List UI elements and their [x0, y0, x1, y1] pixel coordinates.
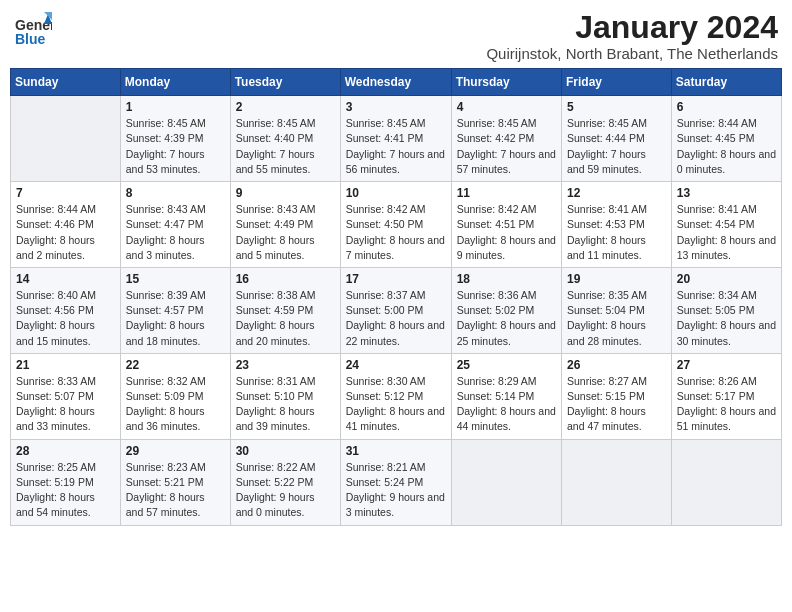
day-info: Sunrise: 8:45 AMSunset: 4:42 PMDaylight:…: [457, 116, 556, 177]
day-number: 5: [567, 100, 666, 114]
calendar-week-row: 21Sunrise: 8:33 AMSunset: 5:07 PMDayligh…: [11, 353, 782, 439]
calendar-cell: 17Sunrise: 8:37 AMSunset: 5:00 PMDayligh…: [340, 267, 451, 353]
day-info: Sunrise: 8:34 AMSunset: 5:05 PMDaylight:…: [677, 288, 776, 349]
calendar-cell: [11, 96, 121, 182]
calendar-cell: 20Sunrise: 8:34 AMSunset: 5:05 PMDayligh…: [671, 267, 781, 353]
calendar-cell: 15Sunrise: 8:39 AMSunset: 4:57 PMDayligh…: [120, 267, 230, 353]
day-info: Sunrise: 8:44 AMSunset: 4:46 PMDaylight:…: [16, 202, 115, 263]
month-title: January 2024: [486, 10, 778, 45]
weekday-header: Friday: [562, 69, 672, 96]
weekday-header: Saturday: [671, 69, 781, 96]
day-number: 23: [236, 358, 335, 372]
day-number: 15: [126, 272, 225, 286]
day-info: Sunrise: 8:41 AMSunset: 4:54 PMDaylight:…: [677, 202, 776, 263]
day-number: 24: [346, 358, 446, 372]
calendar-cell: 16Sunrise: 8:38 AMSunset: 4:59 PMDayligh…: [230, 267, 340, 353]
calendar-cell: 23Sunrise: 8:31 AMSunset: 5:10 PMDayligh…: [230, 353, 340, 439]
day-info: Sunrise: 8:45 AMSunset: 4:39 PMDaylight:…: [126, 116, 225, 177]
weekday-header: Sunday: [11, 69, 121, 96]
day-info: Sunrise: 8:27 AMSunset: 5:15 PMDaylight:…: [567, 374, 666, 435]
calendar-cell: [451, 439, 561, 525]
day-number: 30: [236, 444, 335, 458]
day-number: 9: [236, 186, 335, 200]
calendar-week-row: 7Sunrise: 8:44 AMSunset: 4:46 PMDaylight…: [11, 182, 782, 268]
calendar-cell: 11Sunrise: 8:42 AMSunset: 4:51 PMDayligh…: [451, 182, 561, 268]
day-info: Sunrise: 8:45 AMSunset: 4:41 PMDaylight:…: [346, 116, 446, 177]
calendar-cell: 25Sunrise: 8:29 AMSunset: 5:14 PMDayligh…: [451, 353, 561, 439]
day-info: Sunrise: 8:26 AMSunset: 5:17 PMDaylight:…: [677, 374, 776, 435]
day-info: Sunrise: 8:43 AMSunset: 4:47 PMDaylight:…: [126, 202, 225, 263]
day-info: Sunrise: 8:30 AMSunset: 5:12 PMDaylight:…: [346, 374, 446, 435]
day-info: Sunrise: 8:41 AMSunset: 4:53 PMDaylight:…: [567, 202, 666, 263]
day-number: 1: [126, 100, 225, 114]
day-number: 21: [16, 358, 115, 372]
day-info: Sunrise: 8:44 AMSunset: 4:45 PMDaylight:…: [677, 116, 776, 177]
day-number: 19: [567, 272, 666, 286]
calendar-cell: 9Sunrise: 8:43 AMSunset: 4:49 PMDaylight…: [230, 182, 340, 268]
day-number: 6: [677, 100, 776, 114]
calendar-cell: 29Sunrise: 8:23 AMSunset: 5:21 PMDayligh…: [120, 439, 230, 525]
calendar-cell: 13Sunrise: 8:41 AMSunset: 4:54 PMDayligh…: [671, 182, 781, 268]
calendar-week-row: 14Sunrise: 8:40 AMSunset: 4:56 PMDayligh…: [11, 267, 782, 353]
calendar-cell: 4Sunrise: 8:45 AMSunset: 4:42 PMDaylight…: [451, 96, 561, 182]
title-section: January 2024 Quirijnstok, North Brabant,…: [486, 10, 778, 62]
day-number: 26: [567, 358, 666, 372]
calendar-cell: 18Sunrise: 8:36 AMSunset: 5:02 PMDayligh…: [451, 267, 561, 353]
day-number: 27: [677, 358, 776, 372]
day-info: Sunrise: 8:38 AMSunset: 4:59 PMDaylight:…: [236, 288, 335, 349]
calendar-cell: 12Sunrise: 8:41 AMSunset: 4:53 PMDayligh…: [562, 182, 672, 268]
day-info: Sunrise: 8:45 AMSunset: 4:44 PMDaylight:…: [567, 116, 666, 177]
logo: General Blue: [14, 10, 52, 48]
day-info: Sunrise: 8:36 AMSunset: 5:02 PMDaylight:…: [457, 288, 556, 349]
page-header: General Blue January 2024 Quirijnstok, N…: [10, 10, 782, 62]
day-number: 12: [567, 186, 666, 200]
day-info: Sunrise: 8:23 AMSunset: 5:21 PMDaylight:…: [126, 460, 225, 521]
day-info: Sunrise: 8:42 AMSunset: 4:50 PMDaylight:…: [346, 202, 446, 263]
day-number: 10: [346, 186, 446, 200]
day-info: Sunrise: 8:22 AMSunset: 5:22 PMDaylight:…: [236, 460, 335, 521]
day-number: 20: [677, 272, 776, 286]
calendar-cell: 2Sunrise: 8:45 AMSunset: 4:40 PMDaylight…: [230, 96, 340, 182]
day-info: Sunrise: 8:39 AMSunset: 4:57 PMDaylight:…: [126, 288, 225, 349]
calendar-cell: 10Sunrise: 8:42 AMSunset: 4:50 PMDayligh…: [340, 182, 451, 268]
day-number: 8: [126, 186, 225, 200]
day-info: Sunrise: 8:31 AMSunset: 5:10 PMDaylight:…: [236, 374, 335, 435]
logo-icon: General Blue: [14, 10, 52, 48]
day-number: 2: [236, 100, 335, 114]
calendar-cell: 8Sunrise: 8:43 AMSunset: 4:47 PMDaylight…: [120, 182, 230, 268]
calendar-week-row: 28Sunrise: 8:25 AMSunset: 5:19 PMDayligh…: [11, 439, 782, 525]
calendar-cell: 28Sunrise: 8:25 AMSunset: 5:19 PMDayligh…: [11, 439, 121, 525]
day-number: 17: [346, 272, 446, 286]
day-info: Sunrise: 8:42 AMSunset: 4:51 PMDaylight:…: [457, 202, 556, 263]
calendar-cell: 30Sunrise: 8:22 AMSunset: 5:22 PMDayligh…: [230, 439, 340, 525]
day-number: 13: [677, 186, 776, 200]
day-info: Sunrise: 8:29 AMSunset: 5:14 PMDaylight:…: [457, 374, 556, 435]
day-number: 29: [126, 444, 225, 458]
weekday-header: Wednesday: [340, 69, 451, 96]
day-info: Sunrise: 8:37 AMSunset: 5:00 PMDaylight:…: [346, 288, 446, 349]
day-info: Sunrise: 8:35 AMSunset: 5:04 PMDaylight:…: [567, 288, 666, 349]
calendar-cell: 31Sunrise: 8:21 AMSunset: 5:24 PMDayligh…: [340, 439, 451, 525]
day-number: 7: [16, 186, 115, 200]
location-title: Quirijnstok, North Brabant, The Netherla…: [486, 45, 778, 62]
calendar-cell: 19Sunrise: 8:35 AMSunset: 5:04 PMDayligh…: [562, 267, 672, 353]
calendar-cell: 7Sunrise: 8:44 AMSunset: 4:46 PMDaylight…: [11, 182, 121, 268]
calendar-cell: 3Sunrise: 8:45 AMSunset: 4:41 PMDaylight…: [340, 96, 451, 182]
day-number: 18: [457, 272, 556, 286]
svg-text:Blue: Blue: [15, 31, 46, 47]
weekday-header: Monday: [120, 69, 230, 96]
calendar-cell: 6Sunrise: 8:44 AMSunset: 4:45 PMDaylight…: [671, 96, 781, 182]
weekday-header-row: SundayMondayTuesdayWednesdayThursdayFrid…: [11, 69, 782, 96]
weekday-header: Thursday: [451, 69, 561, 96]
day-info: Sunrise: 8:21 AMSunset: 5:24 PMDaylight:…: [346, 460, 446, 521]
day-number: 3: [346, 100, 446, 114]
calendar-cell: 5Sunrise: 8:45 AMSunset: 4:44 PMDaylight…: [562, 96, 672, 182]
calendar-cell: 22Sunrise: 8:32 AMSunset: 5:09 PMDayligh…: [120, 353, 230, 439]
day-number: 28: [16, 444, 115, 458]
day-number: 14: [16, 272, 115, 286]
day-info: Sunrise: 8:33 AMSunset: 5:07 PMDaylight:…: [16, 374, 115, 435]
calendar-week-row: 1Sunrise: 8:45 AMSunset: 4:39 PMDaylight…: [11, 96, 782, 182]
weekday-header: Tuesday: [230, 69, 340, 96]
calendar-cell: 14Sunrise: 8:40 AMSunset: 4:56 PMDayligh…: [11, 267, 121, 353]
day-number: 4: [457, 100, 556, 114]
